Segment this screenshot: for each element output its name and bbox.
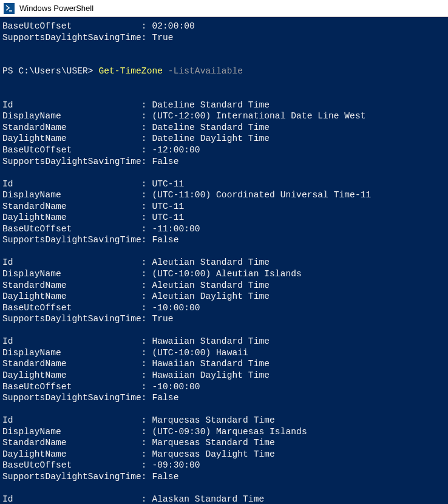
output-line: BaseUtcOffset : -10:00:00: [2, 302, 446, 314]
output-line: DisplayName : (UTC-09:30) Marquesas Isla…: [2, 426, 446, 438]
output-line: StandardName : Hawaiian Standard Time: [2, 358, 446, 370]
blank-line: [2, 325, 446, 336]
blank-line: [2, 55, 446, 66]
output-line: Id : Marquesas Standard Time: [2, 415, 446, 426]
blank-line: [2, 88, 446, 100]
window-title: Windows PowerShell: [19, 4, 93, 13]
output-line: Id : Dateline Standard Time: [2, 100, 446, 111]
blank-line: [2, 77, 446, 89]
output-line: DisplayName : (UTC-10:00) Aleutian Islan…: [2, 268, 446, 280]
output-line: SupportsDaylightSavingTime: True: [2, 32, 446, 44]
output-line: DisplayName : (UTC-11:00) Coordinated Un…: [2, 189, 446, 201]
command-text: Get-TimeZone: [98, 66, 168, 76]
output-line: BaseUtcOffset : -12:00:00: [2, 145, 446, 156]
output-line: DisplayName : (UTC-12:00) International …: [2, 111, 446, 122]
output-line: BaseUtcOffset : -11:00:00: [2, 223, 446, 235]
window-titlebar[interactable]: Windows PowerShell: [0, 0, 448, 17]
output-line: BaseUtcOffset : -09:30:00: [2, 460, 446, 471]
output-line: DaylightName : UTC-11: [2, 212, 446, 223]
blank-line: [2, 404, 446, 415]
output-line: SupportsDaylightSavingTime: False: [2, 392, 446, 404]
output-line: Id : UTC-11: [2, 179, 446, 190]
output-line: SupportsDaylightSavingTime: False: [2, 156, 446, 168]
output-line: DaylightName : Aleutian Daylight Time: [2, 291, 446, 302]
output-line: Id : Hawaiian Standard Time: [2, 336, 446, 347]
blank-line: [2, 43, 446, 55]
terminal-output[interactable]: BaseUtcOffset : 02:00:00SupportsDaylight…: [0, 17, 448, 504]
output-line: StandardName : Aleutian Standard Time: [2, 280, 446, 291]
output-line: SupportsDaylightSavingTime: True: [2, 313, 446, 325]
output-line: StandardName : UTC-11: [2, 201, 446, 213]
output-line: DaylightName : Dateline Daylight Time: [2, 133, 446, 145]
powershell-icon: [4, 3, 15, 14]
output-line: BaseUtcOffset : -10:00:00: [2, 381, 446, 393]
output-line: DaylightName : Marquesas Daylight Time: [2, 449, 446, 460]
blank-line: [2, 482, 446, 494]
command-parameter: -ListAvailable: [168, 66, 243, 76]
prompt-path: PS C:\Users\USER>: [2, 66, 98, 76]
output-line: SupportsDaylightSavingTime: False: [2, 471, 446, 483]
output-line: BaseUtcOffset : 02:00:00: [2, 21, 446, 32]
output-line: Id : Alaskan Standard Time: [2, 494, 446, 504]
output-line: DisplayName : (UTC-10:00) Hawaii: [2, 347, 446, 359]
prompt-line[interactable]: PS C:\Users\USER> Get-TimeZone -ListAvai…: [2, 66, 446, 77]
output-line: StandardName : Marquesas Standard Time: [2, 437, 446, 449]
output-line: SupportsDaylightSavingTime: False: [2, 234, 446, 246]
output-line: Id : Aleutian Standard Time: [2, 257, 446, 268]
blank-line: [2, 167, 446, 179]
output-line: StandardName : Dateline Standard Time: [2, 122, 446, 134]
blank-line: [2, 246, 446, 257]
output-line: DaylightName : Hawaiian Daylight Time: [2, 370, 446, 381]
